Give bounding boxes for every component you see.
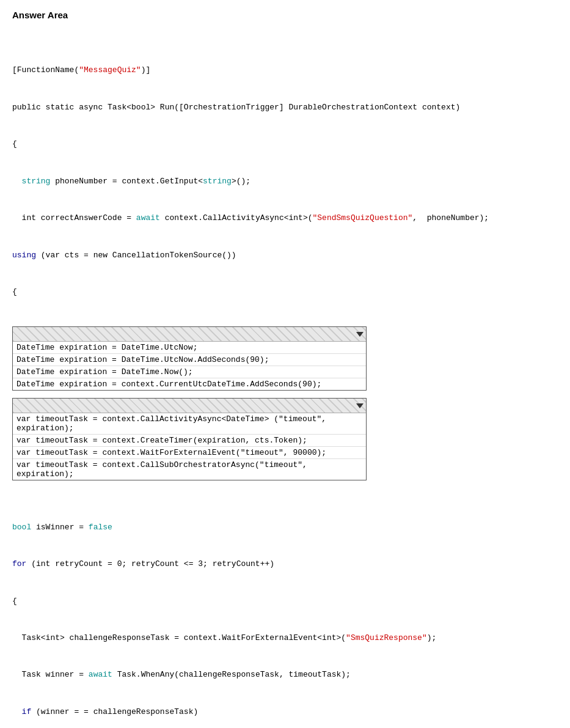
dropdown-2-option-3[interactable]: var timeoutTask = context.WaitForExterna… (13, 447, 366, 459)
method-sig: public static async Task<bool> Run([Orch… (12, 103, 460, 112)
code-line-1: [FunctionName("MessageQuiz")] (12, 64, 558, 76)
dropdown-2-option-2[interactable]: var timeoutTask = context.CreateTimer(ex… (13, 435, 366, 447)
dropdown-1[interactable]: DateTime expiration = DateTime.UtcNow; D… (12, 326, 367, 391)
page-title: Answer Area (12, 10, 558, 20)
code-task-challenge: Task<int> challengeResponseTask = contex… (12, 632, 558, 644)
code-for: for (int retryCount = 0; retryCount <= 3… (12, 558, 558, 570)
dropdown-1-option-4[interactable]: DateTime expiration = context.CurrentUtc… (13, 378, 366, 390)
code-body: bool isWinner = false for (int retryCoun… (12, 484, 558, 728)
code-task-winner: Task winner = await Task.WhenAny(challen… (12, 669, 558, 681)
code-line-4: string phoneNumber = context.GetInput<st… (12, 175, 558, 188)
dropdown-1-option-2[interactable]: DateTime expiration = DateTime.UtcNow.Ad… (13, 354, 366, 366)
dropdown-2-header (13, 399, 366, 413)
dropdown-1-header (13, 327, 366, 342)
code-line-3: { (12, 138, 558, 150)
dropdown-2[interactable]: var timeoutTask = context.CallActivityAs… (12, 398, 367, 480)
dropdown-1-option-3[interactable]: DateTime expiration = DateTime.Now(); (13, 366, 366, 378)
dropdown-2-arrow[interactable] (356, 403, 364, 408)
code-line-5: int correctAnswerCode = await context.Ca… (12, 212, 558, 224)
dropdown-1-option-1[interactable]: DateTime expiration = DateTime.UtcNow; (13, 342, 366, 354)
code-line-2: public static async Task<bool> Run([Orch… (12, 101, 558, 114)
code-bool: bool isWinner = false (12, 521, 558, 534)
code-line-7: { (12, 286, 558, 298)
dropdown-1-arrow[interactable] (356, 332, 364, 337)
code-line-6: using (var cts = new CancellationTokenSo… (12, 249, 558, 262)
function-attr: [FunctionName("MessageQuiz")] (12, 65, 150, 75)
code-open-brace-1: { (12, 595, 558, 608)
dropdown-2-option-4[interactable]: var timeoutTask = context.CallSubOrchest… (13, 459, 366, 480)
code-if-winner: if (winner = = challengeResponseTask) (12, 706, 558, 718)
dropdown-2-option-1[interactable]: var timeoutTask = context.CallActivityAs… (13, 413, 366, 435)
code-area: [FunctionName("MessageQuiz")] public sta… (12, 28, 558, 323)
